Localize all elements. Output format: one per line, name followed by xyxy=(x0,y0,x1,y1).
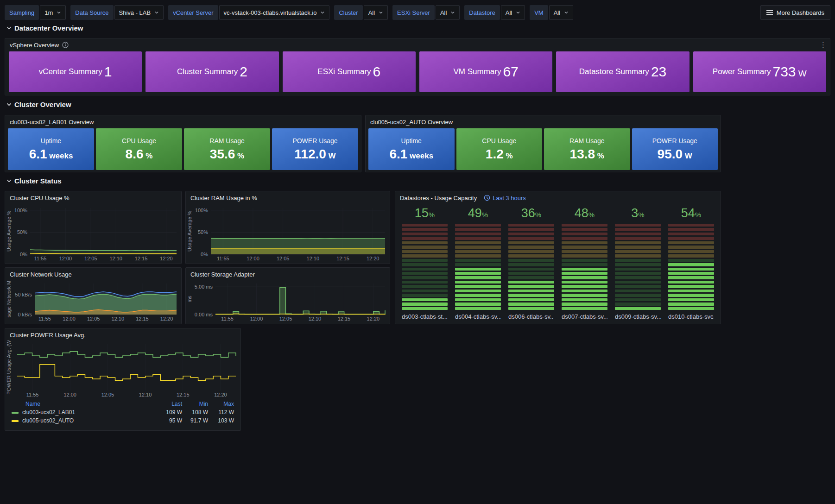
gauge-cell xyxy=(508,294,554,296)
svg-text:12:15: 12:15 xyxy=(336,256,349,261)
cluster-stat-label: CPU Usage xyxy=(122,137,156,145)
legend-header-name[interactable]: Name xyxy=(10,400,158,408)
stat-tile-cluster-summary[interactable]: Cluster Summary2 xyxy=(145,51,278,92)
legend-series-name[interactable]: clu005-ucs02_AUTO xyxy=(10,416,158,425)
legend-series-name[interactable]: clu003-ucs02_LAB01 xyxy=(10,408,158,416)
cluster-stat-uptime: Uptime6.1 weeks xyxy=(8,128,94,170)
datastore-gauge[interactable]: 15%ds003-ctlabs-st... xyxy=(402,206,448,320)
panel-title[interactable]: Cluster RAM Usage in % xyxy=(190,195,257,202)
gauge-cell xyxy=(668,268,714,271)
gauge-cell xyxy=(615,233,661,235)
more-dashboards-label: More Dashboards xyxy=(777,9,824,16)
stat-tile-vm-summary[interactable]: VM Summary67 xyxy=(419,51,552,92)
datastore-gauge[interactable]: 48%ds007-ctlabs-sv... xyxy=(562,206,607,320)
cluster-stat-unit: weeks xyxy=(47,151,73,160)
stat-tile-esxi-summary[interactable]: ESXi Summary6 xyxy=(283,51,416,92)
panel-title[interactable]: vSphere Overview xyxy=(10,42,59,49)
gauge-cell xyxy=(508,281,554,284)
stat-tile-label: Power Summary xyxy=(713,67,771,76)
cluster-ram-chart[interactable]: 11:5512:0012:0512:1012:1512:200%50%100%U… xyxy=(187,204,389,263)
panel-title[interactable]: clu005-ucs02_AUTO Overview xyxy=(370,119,453,126)
datastore-usage-percent: 49% xyxy=(455,206,501,222)
svg-text:0%: 0% xyxy=(20,252,27,257)
stat-tile-value: 6 xyxy=(373,64,381,80)
panel-title[interactable]: Datastores - Usage Capacity xyxy=(400,195,477,202)
variable-value-dropdown[interactable]: All xyxy=(436,5,460,20)
svg-text:Usage Average %: Usage Average % xyxy=(6,211,12,252)
panel-title[interactable]: clu003-ucs02_LAB01 Overview xyxy=(10,119,94,126)
section-cluster-overview[interactable]: Cluster Overview xyxy=(6,101,71,108)
variable-label: Cluster xyxy=(334,5,362,20)
svg-text:100%: 100% xyxy=(14,208,27,213)
gauge-cell xyxy=(455,268,501,271)
gauge-cell xyxy=(508,224,554,227)
gauge-cell xyxy=(562,294,607,296)
svg-text:50%: 50% xyxy=(198,229,208,235)
cluster-power-chart[interactable]: 11:5512:0012:0512:1012:1512:20POWER Usag… xyxy=(6,340,240,399)
legend-header-last[interactable]: Last xyxy=(158,400,184,408)
variable-label: Sampling xyxy=(5,5,39,20)
cluster-stat-value: 95.0 W xyxy=(658,147,692,162)
variable-label: Datastore xyxy=(464,5,500,20)
variable-value-text: 1m xyxy=(44,9,53,16)
panel-vsphere-overview: vSphere Overview ⋮ vCenter Summary1Clust… xyxy=(5,38,830,95)
info-icon[interactable] xyxy=(62,42,69,48)
cluster-cpu-chart[interactable]: 11:5512:0012:0512:1012:1512:200%50%100%U… xyxy=(6,204,180,263)
legend-header-min[interactable]: Min xyxy=(184,400,210,408)
chevron-down-icon xyxy=(450,10,455,15)
gauge-cell xyxy=(455,246,501,248)
variable-value-dropdown[interactable]: All xyxy=(501,5,525,20)
more-dashboards-button[interactable]: More Dashboards xyxy=(760,5,830,20)
section-cluster-status[interactable]: Cluster Status xyxy=(6,177,62,185)
variable-value-dropdown[interactable]: Shiva - LAB xyxy=(114,5,164,20)
variable-value-dropdown[interactable]: vc-vstack-003-ctlabs.virtualstack.io xyxy=(219,5,330,20)
gauge-cells xyxy=(508,224,554,310)
datastore-gauge[interactable]: 49%ds004-ctlabs-sv... xyxy=(455,206,501,320)
legend-min-value: 108 W xyxy=(184,408,210,416)
panel-title[interactable]: Cluster CPU Usage % xyxy=(10,195,70,202)
gauge-cell xyxy=(508,228,554,231)
svg-text:Usage Average %: Usage Average % xyxy=(187,211,192,252)
panel-menu-icon[interactable]: ⋮ xyxy=(820,41,827,49)
panel-title[interactable]: Cluster Storage Adapter xyxy=(190,271,255,278)
stat-tile-power-summary[interactable]: Power Summary733 W xyxy=(693,51,826,92)
datastore-name: ds010-ctlabs-svc... xyxy=(668,313,714,320)
cluster-stat-uptime: Uptime6.1 weeks xyxy=(368,128,455,170)
cluster-stat-power-usage: POWER Usage112.0 W xyxy=(272,128,358,170)
gauge-cell xyxy=(668,259,714,262)
stat-tile-vcenter-summary[interactable]: vCenter Summary1 xyxy=(9,51,142,92)
panel-title[interactable]: Cluster POWER Usage Avg. xyxy=(10,332,86,339)
gauge-cell xyxy=(615,259,661,262)
stat-tile-datastore-summary[interactable]: Datastore Summary23 xyxy=(556,51,689,92)
stat-tile-label: ESXi Summary xyxy=(317,67,371,76)
gauge-cell xyxy=(402,237,448,239)
datastore-usage-percent: 3% xyxy=(615,206,661,222)
stat-tile-label: VM Summary xyxy=(453,67,501,76)
time-range-label: Last 3 hours xyxy=(493,195,526,202)
gauge-cell xyxy=(562,259,607,262)
section-datacenter-overview[interactable]: Datacenter Overview xyxy=(6,24,83,32)
stat-tile-value: 67 xyxy=(503,64,518,80)
variable-value-dropdown[interactable]: 1m xyxy=(40,5,66,20)
power-legend-table: NameLastMinMaxclu003-ucs02_LAB01109 W108… xyxy=(10,400,236,425)
chevron-down-icon xyxy=(154,10,159,15)
panel-title[interactable]: Cluster Network Usage xyxy=(10,271,72,278)
svg-text:11:55: 11:55 xyxy=(38,316,51,321)
time-range-badge[interactable]: Last 3 hours xyxy=(484,195,526,202)
template-variables: Sampling1mData SourceShiva - LABvCenter … xyxy=(5,5,573,20)
stat-tile-label: Cluster Summary xyxy=(177,67,238,76)
datastore-gauge[interactable]: 3%ds009-ctlabs-sv... xyxy=(615,206,661,320)
gauge-cell xyxy=(508,250,554,253)
hamburger-icon xyxy=(766,10,773,15)
cluster-network-chart[interactable]: 11:5512:0012:0512:1012:1512:200 kB/s50 k… xyxy=(6,280,180,323)
cluster-storage-chart[interactable]: 11:5512:0012:0512:1012:1512:200.00 ms5.0… xyxy=(187,280,389,323)
legend-row: clu005-ucs02_AUTO95 W91.7 W103 W xyxy=(10,416,236,425)
variable-value-dropdown[interactable]: All xyxy=(549,5,573,20)
datastore-gauge[interactable]: 36%ds006-ctlabs-sv... xyxy=(508,206,554,320)
svg-text:11:55: 11:55 xyxy=(221,316,234,321)
variable-value-dropdown[interactable]: All xyxy=(364,5,388,20)
variable-label: VM xyxy=(530,5,548,20)
datastore-gauge[interactable]: 54%ds010-ctlabs-svc... xyxy=(668,206,714,320)
gauge-cell xyxy=(455,307,501,310)
legend-header-max[interactable]: Max xyxy=(210,400,236,408)
